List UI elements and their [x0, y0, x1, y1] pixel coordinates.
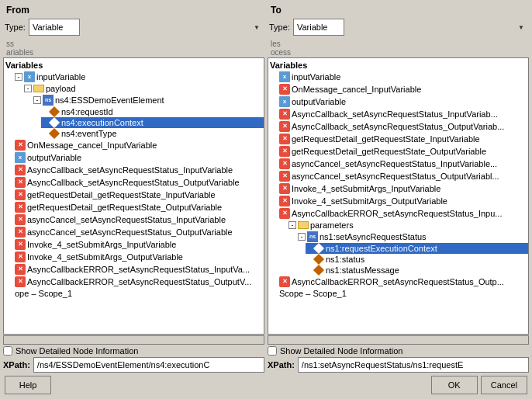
list-item[interactable]: ✕ Invoke_4_setSubmitArgs_OutputVariable	[13, 251, 264, 263]
list-item[interactable]: ✕ AsyncCallback_setAsyncRequestStatus_Ou…	[278, 120, 528, 133]
list-item[interactable]: x outputVariable	[278, 95, 528, 108]
list-item[interactable]: ns1:requestExecutionContext	[306, 243, 528, 254]
to-xpath-row: XPath:	[268, 357, 529, 373]
var-icon: x	[24, 71, 35, 82]
expand-icon[interactable]: -	[298, 233, 306, 241]
from-tree[interactable]: Variables - x inputVariable - payload	[3, 57, 264, 335]
from-detail-checkbox[interactable]	[3, 346, 12, 356]
panels-row: From Type: Variable ss ariables	[3, 3, 529, 373]
list-item[interactable]: x inputVariable	[278, 71, 528, 83]
list-item[interactable]: ✕ OnMessage_cancel_InputVariable	[278, 83, 528, 95]
x-icon: ✕	[15, 227, 26, 238]
to-type-label: Type:	[269, 23, 290, 32]
from-type-select-wrapper[interactable]: Variable	[29, 19, 263, 36]
to-detail-checkbox[interactable]	[268, 346, 277, 356]
from-xpath-input[interactable]	[33, 357, 264, 373]
x-icon: ✕	[279, 158, 290, 169]
x-icon: ✕	[15, 165, 26, 175]
x-icon: ✕	[15, 177, 26, 188]
list-item[interactable]: ✕ getRequestDetail_getRequestState_Outpu…	[13, 201, 264, 213]
to-xpath-label: XPath:	[268, 360, 295, 370]
to-type-row: Type: Variable	[268, 17, 529, 39]
from-type-select[interactable]: Variable	[29, 19, 80, 36]
to-variables-label: Variables	[270, 61, 307, 70]
var-icon: x	[15, 152, 26, 163]
list-item[interactable]: ✕ AsyncCallback_setAsyncRequestStatus_Ou…	[13, 176, 264, 189]
to-tree[interactable]: Variables x inputVariable ✕ OnMessage_ca…	[268, 57, 529, 335]
list-item[interactable]: ✕ OnMessage_cancel_InputVariable	[13, 139, 264, 151]
help-button[interactable]: Help	[5, 376, 51, 394]
list-item[interactable]: ns1:statusMessage	[306, 265, 528, 276]
list-item[interactable]: ✕ AsyncCallbackERROR_setAsyncRequestStat…	[278, 207, 528, 220]
list-item[interactable]: x outputVariable	[13, 151, 264, 164]
to-type-select-wrapper[interactable]: Variable	[293, 19, 527, 36]
list-item: Variables	[268, 60, 528, 71]
to-type-select[interactable]: Variable	[293, 19, 344, 36]
list-item[interactable]: ✕ AsyncCallbackERROR_setAsyncRequestStat…	[13, 263, 264, 276]
list-item[interactable]: ns4:requestId	[41, 106, 264, 117]
x-icon: ✕	[15, 202, 26, 213]
ok-button[interactable]: OK	[431, 376, 478, 394]
btn-right-group: OK Cancel	[431, 376, 527, 394]
expand-icon[interactable]: -	[24, 85, 32, 92]
from-panel: From Type: Variable ss ariables	[3, 3, 264, 373]
to-panel: To Type: Variable les ocess Variables	[268, 3, 529, 373]
list-item[interactable]: ✕ asyncCancel_setAsyncRequestStatus_Inpu…	[13, 213, 264, 226]
list-item[interactable]: - parameters	[287, 220, 528, 231]
x-icon: ✕	[279, 134, 290, 144]
list-item[interactable]: ns4:executionContext	[41, 117, 264, 128]
list-item[interactable]: - payload	[22, 83, 264, 94]
folder-icon	[298, 221, 309, 229]
to-checkbox-label: Show Detailed Node Information	[280, 346, 402, 356]
expand-icon[interactable]: -	[288, 221, 296, 229]
button-row: Help OK Cancel	[3, 373, 529, 396]
x-icon: ✕	[279, 146, 290, 157]
cancel-button[interactable]: Cancel	[481, 376, 527, 394]
diamond-icon	[49, 128, 60, 139]
list-item[interactable]: ✕ getRequestDetail_getRequestState_Outpu…	[278, 145, 528, 158]
diamond-icon	[49, 117, 60, 128]
x-icon: ✕	[15, 189, 26, 200]
x-icon: ✕	[279, 109, 290, 120]
list-item[interactable]: ✕ Invoke_4_setSubmitArgs_InputVariable	[278, 182, 528, 195]
expand-icon[interactable]: -	[15, 73, 22, 81]
list-item: Scope – Scope_1	[278, 288, 528, 299]
list-item[interactable]: ✕ AsyncCallbackERROR_setAsyncRequestStat…	[278, 276, 528, 288]
expand-icon[interactable]: -	[33, 96, 41, 104]
from-hscrollbar[interactable]	[3, 335, 264, 345]
to-xpath-input[interactable]	[298, 357, 529, 373]
ns-icon: ns	[43, 95, 54, 106]
list-item[interactable]: ✕ Invoke_4_setSubmitArgs_InputVariable	[13, 238, 264, 251]
dialog: From Type: Variable ss ariables	[0, 0, 532, 399]
to-panel-section: les ocess Variables x inputVariable ✕ On…	[268, 39, 529, 345]
list-item[interactable]: - ns ns1:setAsyncRequestStatus	[296, 231, 528, 243]
list-item[interactable]: ✕ getRequestDetail_getRequestState_Input…	[13, 189, 264, 201]
from-type-label: Type:	[5, 23, 26, 32]
list-item[interactable]: ✕ getRequestDetail_getRequestState_Input…	[278, 133, 528, 145]
list-item[interactable]: - x inputVariable	[13, 71, 264, 83]
list-item[interactable]: - ns ns4:ESSDemoEventElement	[32, 94, 264, 106]
from-scroll-hint: ss ariables	[3, 39, 264, 57]
folder-icon	[33, 85, 44, 92]
var-icon: x	[279, 96, 290, 107]
x-icon: ✕	[15, 252, 26, 262]
list-item[interactable]: ✕ asyncCancel_setAsyncRequestStatus_Outp…	[278, 170, 528, 182]
x-icon: ✕	[279, 208, 290, 219]
x-icon: ✕	[279, 196, 290, 206]
list-item[interactable]: ✕ asyncCancel_setAsyncRequestStatus_Outp…	[13, 226, 264, 238]
from-panel-bottom: Show Detailed Node Information XPath:	[3, 345, 264, 373]
list-item[interactable]: ✕ AsyncCallback_setAsyncRequestStatus_In…	[13, 164, 264, 176]
x-icon: ✕	[15, 239, 26, 250]
x-icon: ✕	[279, 121, 290, 132]
list-item[interactable]: ✕ Invoke_4_setSubmitArgs_OutputVariable	[278, 195, 528, 207]
list-item[interactable]: ns4:eventType	[41, 128, 264, 139]
x-icon: ✕	[15, 264, 26, 275]
x-icon: ✕	[279, 171, 290, 182]
list-item[interactable]: ✕ asyncCancel_setAsyncRequestStatus_Inpu…	[278, 158, 528, 170]
from-variables-label: Variables	[5, 61, 43, 70]
to-hscrollbar[interactable]	[268, 335, 529, 345]
list-item[interactable]: ns1:status	[306, 254, 528, 265]
list-item[interactable]: ✕ AsyncCallbackERROR_setAsyncRequestStat…	[13, 276, 264, 288]
diamond-icon	[313, 254, 324, 265]
list-item[interactable]: ✕ AsyncCallback_setAsyncRequestStatus_In…	[278, 108, 528, 120]
